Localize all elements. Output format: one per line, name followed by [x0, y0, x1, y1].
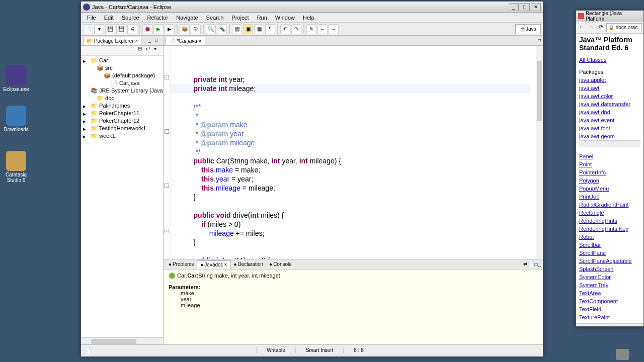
package-link[interactable]: java.awt.datatransfer: [579, 100, 640, 108]
class-link[interactable]: TexturePaint: [579, 313, 640, 321]
close-button[interactable]: ✕: [531, 3, 541, 11]
tab-problems[interactable]: ● Problems: [166, 260, 197, 268]
link-icon[interactable]: ⇄: [523, 261, 527, 267]
fold-column[interactable]: - - - -: [164, 46, 171, 259]
tab-javadoc[interactable]: ● Javadoc ×: [197, 260, 230, 268]
tree-item[interactable]: ▸📁 Palindromes: [82, 102, 162, 110]
tree-item[interactable]: 📚 JRE System Library [JavaSE-: [82, 87, 162, 95]
package-link[interactable]: java.applet: [579, 76, 640, 84]
perspective-switcher[interactable]: ☕ Java: [515, 24, 541, 34]
save-all-button[interactable]: 💾: [116, 24, 126, 34]
class-link[interactable]: ScrollPaneAdjustable: [579, 257, 640, 265]
view-menu-icon[interactable]: ▾: [154, 46, 161, 53]
menu-file[interactable]: File: [83, 14, 100, 22]
maximize-view-icon[interactable]: □: [534, 261, 537, 267]
minimize-view-icon[interactable]: _: [534, 38, 537, 43]
maximize-view-icon[interactable]: □: [155, 38, 161, 44]
chrome-titlebar[interactable]: Rectangle (Java Platform: [576, 11, 643, 22]
class-link[interactable]: SystemColor: [579, 273, 640, 281]
tree-item[interactable]: 📄 Car.java: [82, 79, 162, 87]
open-type-button[interactable]: 🔍: [206, 24, 216, 34]
code-editor[interactable]: - - - - private int year; private int mi…: [164, 46, 543, 259]
new-package-button[interactable]: 📦: [180, 24, 190, 34]
class-link[interactable]: SplashScreen: [579, 265, 640, 273]
class-link[interactable]: SystemTray: [579, 281, 640, 289]
collapse-all-icon[interactable]: ⊟: [138, 46, 145, 53]
save-button[interactable]: 💾: [105, 24, 115, 34]
tab-declaration[interactable]: ● Declaration: [230, 260, 266, 268]
class-link[interactable]: PopupMenu: [579, 185, 640, 193]
menu-help[interactable]: Help: [299, 14, 318, 22]
last-edit-button[interactable]: ✎: [306, 24, 316, 34]
print-button[interactable]: 🖨: [127, 24, 137, 34]
package-link[interactable]: java.awt.dnd: [579, 108, 640, 116]
taskbar-app-icon[interactable]: [616, 349, 629, 360]
javadoc-view[interactable]: 🟢 Car.Car(String make, int year, int mil…: [164, 269, 543, 344]
class-link[interactable]: RenderingHints.Key: [579, 225, 640, 233]
reload-button[interactable]: ⟳: [597, 24, 605, 32]
javadoc-page[interactable]: Java™ PlatformStandard Ed. 6 All Classes…: [576, 34, 643, 323]
menu-edit[interactable]: Edit: [100, 14, 118, 22]
tree-item[interactable]: ▸📁 PokerChapter11: [82, 110, 162, 117]
class-link[interactable]: TextField: [579, 305, 640, 313]
address-bar[interactable]: 🔒 docs.orac: [606, 23, 642, 32]
class-link[interactable]: Robot: [579, 233, 640, 241]
new-button[interactable]: 📄: [83, 24, 93, 34]
horizontal-scrollbar[interactable]: [579, 140, 640, 147]
class-link[interactable]: RadialGradientPaint: [579, 201, 640, 209]
menu-source[interactable]: Source: [118, 14, 143, 22]
class-link[interactable]: ScrollPane: [579, 249, 640, 257]
desktop-icon-eclipse[interactable]: Eclipse.exe: [1, 65, 31, 92]
close-icon[interactable]: ×: [199, 38, 202, 44]
fold-toggle-icon[interactable]: -: [165, 75, 169, 79]
vertical-scrollbar[interactable]: [536, 46, 543, 259]
menu-refactor[interactable]: Refactor: [143, 14, 173, 22]
class-link[interactable]: Scrollbar: [579, 241, 640, 249]
package-explorer-tab[interactable]: 📂 Package Explorer ×: [83, 37, 141, 45]
package-link[interactable]: java.awt.font: [579, 124, 640, 132]
minimize-button[interactable]: _: [509, 3, 519, 11]
fold-toggle-icon[interactable]: -: [165, 184, 169, 188]
annotation-next-button[interactable]: ↷: [291, 24, 301, 34]
new-view-icon[interactable]: 📄: [528, 261, 534, 267]
tree-item[interactable]: ▸📁 TestingHomework1: [82, 125, 162, 132]
minimize-view-icon[interactable]: _: [538, 261, 541, 267]
menu-run[interactable]: Run: [253, 14, 271, 22]
tree-item[interactable]: 📁 doc: [82, 95, 162, 102]
horizontal-scrollbar[interactable]: [81, 337, 163, 344]
horizontal-scrollbar[interactable]: [576, 323, 643, 327]
desktop-icon-downloads[interactable]: Downloads: [1, 106, 31, 132]
tree-item[interactable]: 📦 (default package): [82, 72, 162, 79]
close-icon[interactable]: ×: [224, 262, 227, 267]
menu-search[interactable]: Search: [202, 14, 228, 22]
tree-item[interactable]: ▸📁 week1: [82, 132, 162, 140]
class-link[interactable]: Panel: [579, 152, 640, 160]
class-link[interactable]: PointerInfo: [579, 168, 640, 176]
annotation-prev-button[interactable]: ↶: [280, 24, 290, 34]
new-class-button[interactable]: ©: [191, 24, 201, 34]
link-editor-icon[interactable]: ⇄: [146, 46, 153, 53]
tree-item[interactable]: 📦 src: [82, 64, 162, 72]
maximize-button[interactable]: □: [520, 3, 530, 11]
minimize-view-icon[interactable]: _: [148, 38, 154, 44]
run-ext-button[interactable]: ▶: [165, 24, 175, 34]
mark-occurrences-button[interactable]: ▣: [243, 24, 253, 34]
scrollbar-thumb[interactable]: [537, 61, 542, 121]
menu-project[interactable]: Project: [227, 14, 253, 22]
forward-button[interactable]: →: [329, 24, 339, 34]
package-link[interactable]: java.awt.color: [579, 92, 640, 100]
toggle-breadcrumb-button[interactable]: ▤: [232, 24, 242, 34]
search-button[interactable]: 🔦: [217, 24, 227, 34]
tree-item[interactable]: ▸📁 Car: [82, 57, 162, 64]
back-button[interactable]: ←: [578, 24, 586, 32]
tree-item[interactable]: ▸📁 PokerChapter12: [82, 117, 162, 125]
desktop-icon-camtasia[interactable]: Camtasia Studio 6: [1, 151, 31, 183]
debug-button[interactable]: 🐞: [142, 24, 152, 34]
maximize-view-icon[interactable]: □: [538, 38, 541, 43]
scrollbar-thumb[interactable]: [91, 339, 136, 344]
titlebar[interactable]: Java - Car/src/Car.java - Eclipse _ □ ✕: [81, 2, 543, 13]
close-icon[interactable]: ×: [135, 38, 138, 44]
dropdown-icon[interactable]: ▾: [94, 24, 104, 34]
package-link[interactable]: java.awt.event: [579, 116, 640, 124]
package-link[interactable]: java.awt.geom: [579, 132, 640, 140]
